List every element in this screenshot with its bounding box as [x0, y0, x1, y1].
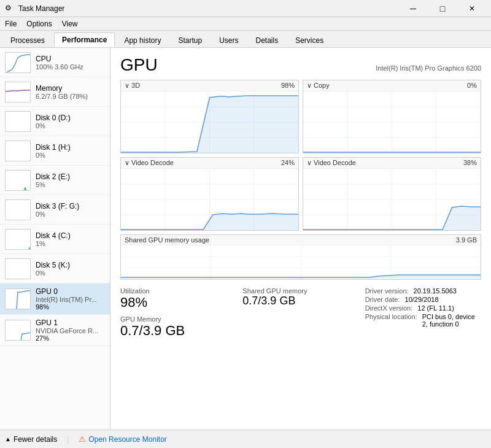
sidebar-gpu1-pct: 27%: [36, 334, 105, 342]
open-monitor-label: Open Resource Monitor: [88, 435, 166, 444]
stat-gpu-memory-label: GPU Memory: [120, 315, 236, 323]
chart-vd2-label: ∨ Video Decode: [307, 159, 356, 167]
stat-utilization: Utilization 98% GPU Memory 0.7/3.9 GB: [120, 287, 236, 339]
chart-video-decode-2: ∨ Video Decode 38%: [303, 157, 481, 231]
separator: |: [67, 435, 69, 444]
fewer-details-label: Fewer details: [14, 435, 57, 444]
fewer-details-button[interactable]: ▲ Fewer details: [5, 435, 57, 444]
tab-services[interactable]: Services: [287, 33, 331, 47]
gpu-panel: GPU Intel(R) Iris(TM) Pro Graphics 6200 …: [110, 48, 491, 430]
shared-mem-label: Shared GPU memory usage: [125, 236, 209, 244]
chart-vd2-header: ∨ Video Decode 38%: [303, 158, 481, 169]
sidebar-gpu0-chart: [5, 288, 31, 309]
driver-row-physical: Physical location: PCI bus 0, device 2, …: [365, 313, 481, 328]
tab-details[interactable]: Details: [247, 33, 286, 47]
menu-file[interactable]: File: [0, 18, 21, 29]
tab-performance[interactable]: Performance: [54, 33, 115, 47]
sidebar-gpu1-name: GPU 1: [36, 319, 105, 327]
sidebar-item-gpu0[interactable]: GPU 0 Intel(R) Iris(TM) Pr... 98%: [0, 284, 110, 315]
sidebar-disk3-chart: [5, 199, 31, 220]
sidebar-item-disk2[interactable]: Disk 2 (E:) 5%: [0, 166, 110, 195]
sidebar-item-disk4[interactable]: Disk 4 (C:) 1%: [0, 225, 110, 254]
chart-3d-pct: 98%: [281, 82, 295, 90]
window-title: Task Manager: [18, 4, 64, 13]
sidebar-item-cpu[interactable]: CPU 100% 3.60 GHz: [0, 48, 110, 77]
sidebar-item-disk5[interactable]: Disk 5 (K:) 0%: [0, 254, 110, 284]
chart-vd1-header: ∨ Video Decode 24%: [121, 158, 298, 169]
driver-row-date: Driver date: 10/29/2018: [365, 296, 481, 303]
sidebar-gpu0-pct: 98%: [36, 303, 105, 311]
sidebar-disk4-chart: [5, 229, 31, 250]
chevron-up-icon: ▲: [5, 436, 11, 442]
minimize-button[interactable]: ─: [399, 2, 427, 15]
main-content: CPU 100% 3.60 GHz Memory 6.2/7.9 GB (78%…: [0, 48, 491, 430]
sidebar-disk5-name: Disk 5 (K:): [36, 261, 105, 269]
sidebar-item-disk1[interactable]: Disk 1 (H:) 0%: [0, 136, 110, 166]
sidebar-disk1-sub: 0%: [36, 152, 105, 159]
sidebar-item-gpu1[interactable]: GPU 1 NVIDIA GeForce R... 27%: [0, 315, 110, 346]
sidebar-disk2-name: Disk 2 (E:): [36, 172, 105, 181]
chart-vd2-area: [303, 169, 481, 230]
open-resource-monitor-button[interactable]: ⚠ Open Resource Monitor: [79, 434, 166, 444]
window-controls: ─ □ ✕: [399, 2, 486, 15]
stat-shared-gpu: Shared GPU memory 0.7/3.9 GB: [242, 287, 358, 339]
chart-copy-pct: 0%: [467, 82, 477, 90]
chart-video-decode-1: ∨ Video Decode 24%: [120, 157, 299, 231]
sidebar-gpu1-chart: [5, 320, 31, 341]
stat-utilization-label: Utilization: [120, 287, 236, 295]
driver-info: Driver version: 20.19.15.5063 Driver dat…: [365, 287, 481, 339]
sidebar-item-memory[interactable]: Memory 6.2/7.9 GB (78%): [0, 77, 110, 107]
chart-3d-label: ∨ 3D: [125, 82, 140, 90]
chart-copy-header: ∨ Copy 0%: [303, 80, 481, 91]
sidebar-gpu0-sub: Intel(R) Iris(TM) Pr...: [36, 296, 105, 303]
stat-utilization-value: 98%: [120, 295, 236, 311]
chart-vd1-area: [121, 169, 298, 230]
sidebar-disk2-chart: [5, 170, 31, 191]
chart-3d: ∨ 3D 98%: [120, 80, 299, 153]
sidebar-gpu0-name: GPU 0: [36, 287, 105, 296]
menu-bar: File Options View: [0, 17, 491, 31]
driver-row-version: Driver version: 20.19.15.5063: [365, 287, 481, 295]
sidebar: CPU 100% 3.60 GHz Memory 6.2/7.9 GB (78%…: [0, 48, 110, 430]
chart-vd1-label: ∨ Video Decode: [125, 159, 174, 167]
shared-mem-chart-box: Shared GPU memory usage 3.9 GB: [120, 234, 481, 280]
maximize-button[interactable]: □: [428, 2, 457, 15]
sidebar-disk0-chart: [5, 111, 31, 132]
app-icon: ⚙: [5, 4, 15, 14]
chart-3d-header: ∨ 3D 98%: [121, 80, 298, 91]
chart-vd1-pct: 24%: [281, 159, 295, 167]
menu-options[interactable]: Options: [21, 18, 56, 29]
chart-copy-area: [303, 91, 481, 153]
gpu-header: GPU Intel(R) Iris(TM) Pro Graphics 6200: [120, 55, 481, 75]
sidebar-cpu-name: CPU: [36, 55, 105, 63]
stat-shared-value: 0.7/3.9 GB: [242, 295, 358, 307]
gpu-subtitle: Intel(R) Iris(TM) Pro Graphics 6200: [376, 64, 481, 72]
sidebar-memory-chart: [5, 82, 31, 102]
chart-copy-label: ∨ Copy: [307, 82, 330, 90]
driver-row-directx: DirectX version: 12 (FL 11.1): [365, 304, 481, 312]
charts-grid: ∨ 3D 98%: [120, 80, 481, 231]
stats-grid: Utilization 98% GPU Memory 0.7/3.9 GB Sh…: [120, 287, 481, 339]
tab-processes[interactable]: Processes: [2, 33, 53, 47]
sidebar-disk3-name: Disk 3 (F: G:): [36, 202, 105, 210]
menu-view[interactable]: View: [57, 18, 83, 29]
sidebar-disk5-chart: [5, 258, 31, 279]
sidebar-memory-name: Memory: [36, 84, 105, 93]
stat-shared-label: Shared GPU memory: [242, 287, 358, 295]
sidebar-memory-sub: 6.2/7.9 GB (78%): [36, 93, 105, 100]
sidebar-disk1-name: Disk 1 (H:): [36, 143, 105, 152]
close-button[interactable]: ✕: [458, 2, 486, 15]
sidebar-item-disk3[interactable]: Disk 3 (F: G:) 0%: [0, 195, 110, 225]
title-bar: ⚙ Task Manager ─ □ ✕: [0, 0, 491, 17]
shared-mem-area: [121, 245, 481, 279]
tab-startup[interactable]: Startup: [170, 33, 210, 47]
tab-app-history[interactable]: App history: [116, 33, 169, 47]
chart-3d-area: [121, 91, 298, 153]
sidebar-disk4-name: Disk 4 (C:): [36, 231, 105, 240]
tab-users[interactable]: Users: [211, 33, 246, 47]
shared-mem-header: Shared GPU memory usage 3.9 GB: [121, 235, 481, 245]
sidebar-item-disk0[interactable]: Disk 0 (D:) 0%: [0, 107, 110, 136]
sidebar-disk3-sub: 0%: [36, 210, 105, 218]
monitor-icon: ⚠: [79, 434, 86, 444]
sidebar-disk5-sub: 0%: [36, 269, 105, 277]
